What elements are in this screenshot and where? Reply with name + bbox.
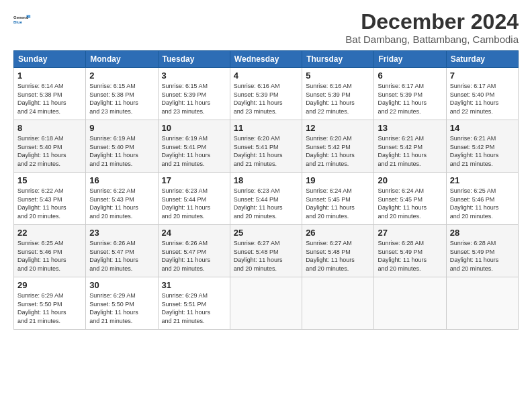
table-row (374, 277, 446, 330)
table-row: 11Sunrise: 6:20 AM Sunset: 5:41 PM Dayli… (230, 120, 302, 173)
day-info: Sunrise: 6:25 AM Sunset: 5:46 PM Dayligh… (450, 187, 515, 220)
day-number: 30 (89, 280, 154, 290)
day-number: 16 (89, 175, 154, 185)
day-info: Sunrise: 6:27 AM Sunset: 5:48 PM Dayligh… (306, 239, 370, 273)
day-info: Sunrise: 6:14 AM Sunset: 5:38 PM Dayligh… (17, 82, 82, 116)
col-friday: Friday (374, 51, 446, 68)
day-info: Sunrise: 6:28 AM Sunset: 5:49 PM Dayligh… (450, 239, 515, 273)
day-number: 6 (378, 71, 442, 81)
day-info: Sunrise: 6:24 AM Sunset: 5:45 PM Dayligh… (378, 187, 442, 220)
calendar-row: 29Sunrise: 6:29 AM Sunset: 5:50 PM Dayli… (14, 277, 519, 330)
table-row: 28Sunrise: 6:28 AM Sunset: 5:49 PM Dayli… (446, 225, 518, 277)
table-row: 19Sunrise: 6:24 AM Sunset: 5:45 PM Dayli… (302, 173, 374, 225)
location-subtitle: Bat Dambang, Battambang, Cambodia (345, 34, 519, 45)
day-info: Sunrise: 6:17 AM Sunset: 5:40 PM Dayligh… (450, 82, 515, 116)
table-row: 27Sunrise: 6:28 AM Sunset: 5:49 PM Dayli… (374, 225, 446, 277)
calendar-header-row: Sunday Monday Tuesday Wednesday Thursday… (14, 51, 519, 68)
day-number: 28 (450, 228, 515, 238)
day-number: 8 (17, 123, 82, 133)
day-number: 2 (89, 71, 154, 81)
day-number: 31 (162, 280, 226, 290)
table-row: 13Sunrise: 6:21 AM Sunset: 5:42 PM Dayli… (374, 120, 446, 173)
day-info: Sunrise: 6:22 AM Sunset: 5:43 PM Dayligh… (89, 187, 154, 220)
table-row: 7Sunrise: 6:17 AM Sunset: 5:40 PM Daylig… (446, 68, 518, 120)
table-row: 20Sunrise: 6:24 AM Sunset: 5:45 PM Dayli… (374, 173, 446, 225)
day-number: 3 (162, 71, 226, 81)
day-number: 20 (378, 175, 442, 185)
table-row: 29Sunrise: 6:29 AM Sunset: 5:50 PM Dayli… (14, 277, 86, 330)
day-number: 22 (17, 228, 82, 238)
table-row: 21Sunrise: 6:25 AM Sunset: 5:46 PM Dayli… (446, 173, 518, 225)
day-info: Sunrise: 6:26 AM Sunset: 5:47 PM Dayligh… (162, 239, 226, 273)
day-number: 11 (234, 123, 298, 133)
table-row: 31Sunrise: 6:29 AM Sunset: 5:51 PM Dayli… (158, 277, 230, 330)
day-number: 4 (234, 71, 298, 81)
day-number: 5 (306, 71, 370, 81)
col-wednesday: Wednesday (230, 51, 302, 68)
table-row: 6Sunrise: 6:17 AM Sunset: 5:39 PM Daylig… (374, 68, 446, 120)
day-number: 12 (306, 123, 370, 133)
day-info: Sunrise: 6:29 AM Sunset: 5:51 PM Dayligh… (162, 291, 226, 325)
table-row: 16Sunrise: 6:22 AM Sunset: 5:43 PM Dayli… (86, 173, 158, 225)
day-number: 9 (89, 123, 154, 133)
col-tuesday: Tuesday (158, 51, 230, 68)
logo-icon: GeneralBlue (13, 10, 32, 29)
day-info: Sunrise: 6:27 AM Sunset: 5:48 PM Dayligh… (234, 239, 298, 273)
day-info: Sunrise: 6:26 AM Sunset: 5:47 PM Dayligh… (89, 239, 154, 273)
table-row: 15Sunrise: 6:22 AM Sunset: 5:43 PM Dayli… (14, 173, 86, 225)
table-row: 3Sunrise: 6:15 AM Sunset: 5:39 PM Daylig… (158, 68, 230, 120)
table-row: 22Sunrise: 6:25 AM Sunset: 5:46 PM Dayli… (14, 225, 86, 277)
calendar-row: 15Sunrise: 6:22 AM Sunset: 5:43 PM Dayli… (14, 173, 519, 225)
day-number: 18 (234, 175, 298, 185)
title-area: December 2024 Bat Dambang, Battambang, C… (345, 10, 519, 45)
day-number: 25 (234, 228, 298, 238)
table-row: 30Sunrise: 6:29 AM Sunset: 5:50 PM Dayli… (86, 277, 158, 330)
table-row: 8Sunrise: 6:18 AM Sunset: 5:40 PM Daylig… (14, 120, 86, 173)
day-number: 19 (306, 175, 370, 185)
day-info: Sunrise: 6:29 AM Sunset: 5:50 PM Dayligh… (17, 291, 82, 325)
day-number: 13 (378, 123, 442, 133)
day-info: Sunrise: 6:16 AM Sunset: 5:39 PM Dayligh… (234, 82, 298, 116)
day-number: 1 (17, 71, 82, 81)
table-row: 25Sunrise: 6:27 AM Sunset: 5:48 PM Dayli… (230, 225, 302, 277)
table-row: 9Sunrise: 6:19 AM Sunset: 5:40 PM Daylig… (86, 120, 158, 173)
table-row (230, 277, 302, 330)
day-number: 26 (306, 228, 370, 238)
svg-text:General: General (13, 15, 29, 19)
day-info: Sunrise: 6:17 AM Sunset: 5:39 PM Dayligh… (378, 82, 442, 116)
day-number: 7 (450, 71, 515, 81)
day-info: Sunrise: 6:22 AM Sunset: 5:43 PM Dayligh… (17, 187, 82, 220)
day-info: Sunrise: 6:20 AM Sunset: 5:41 PM Dayligh… (234, 134, 298, 168)
table-row: 24Sunrise: 6:26 AM Sunset: 5:47 PM Dayli… (158, 225, 230, 277)
day-number: 24 (162, 228, 226, 238)
table-row: 14Sunrise: 6:21 AM Sunset: 5:42 PM Dayli… (446, 120, 518, 173)
day-info: Sunrise: 6:15 AM Sunset: 5:38 PM Dayligh… (89, 82, 154, 116)
day-info: Sunrise: 6:16 AM Sunset: 5:39 PM Dayligh… (306, 82, 370, 116)
day-number: 29 (17, 280, 82, 290)
svg-text:Blue: Blue (13, 20, 23, 24)
day-info: Sunrise: 6:19 AM Sunset: 5:40 PM Dayligh… (89, 134, 154, 168)
col-thursday: Thursday (302, 51, 374, 68)
day-info: Sunrise: 6:15 AM Sunset: 5:39 PM Dayligh… (162, 82, 226, 116)
logo: GeneralBlue (13, 10, 32, 29)
day-number: 15 (17, 175, 82, 185)
day-number: 10 (162, 123, 226, 133)
day-info: Sunrise: 6:20 AM Sunset: 5:42 PM Dayligh… (306, 134, 370, 168)
day-info: Sunrise: 6:29 AM Sunset: 5:50 PM Dayligh… (89, 291, 154, 325)
day-number: 27 (378, 228, 442, 238)
table-row: 5Sunrise: 6:16 AM Sunset: 5:39 PM Daylig… (302, 68, 374, 120)
table-row (446, 277, 518, 330)
calendar-row: 8Sunrise: 6:18 AM Sunset: 5:40 PM Daylig… (14, 120, 519, 173)
day-info: Sunrise: 6:21 AM Sunset: 5:42 PM Dayligh… (378, 134, 442, 168)
table-row: 17Sunrise: 6:23 AM Sunset: 5:44 PM Dayli… (158, 173, 230, 225)
month-title: December 2024 (345, 10, 519, 34)
table-row: 10Sunrise: 6:19 AM Sunset: 5:41 PM Dayli… (158, 120, 230, 173)
day-info: Sunrise: 6:24 AM Sunset: 5:45 PM Dayligh… (306, 187, 370, 220)
header: GeneralBlue December 2024 Bat Dambang, B… (13, 10, 519, 45)
calendar-table: Sunday Monday Tuesday Wednesday Thursday… (13, 50, 519, 330)
table-row: 26Sunrise: 6:27 AM Sunset: 5:48 PM Dayli… (302, 225, 374, 277)
page-container: GeneralBlue December 2024 Bat Dambang, B… (0, 0, 532, 336)
day-info: Sunrise: 6:28 AM Sunset: 5:49 PM Dayligh… (378, 239, 442, 273)
day-info: Sunrise: 6:25 AM Sunset: 5:46 PM Dayligh… (17, 239, 82, 273)
day-number: 23 (89, 228, 154, 238)
